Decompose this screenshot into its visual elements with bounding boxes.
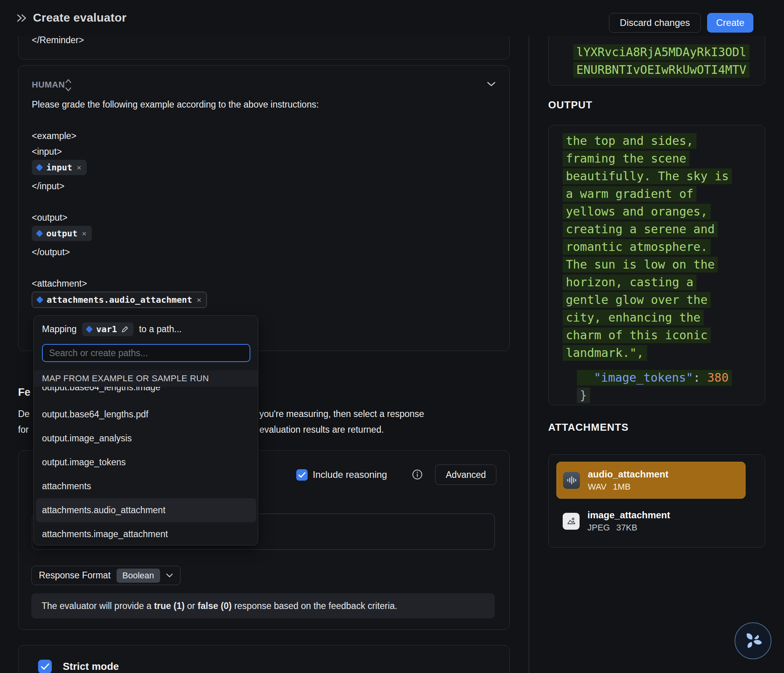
mapping-suffix-text: to a path...	[139, 324, 182, 335]
dropdown-item[interactable]: output.image_tokens	[36, 450, 256, 474]
variable-chip-label: output	[46, 229, 77, 238]
code-line: romantic atmosphere.	[563, 239, 711, 255]
strict-mode-label: Strict mode	[63, 660, 119, 673]
code-line: The sun is low on the	[563, 257, 718, 272]
dropdown-group-header: MAP FROM EXAMPLE OR SAMPLE RUN	[34, 370, 258, 387]
dropdown-item[interactable]: attachments.image_attachment	[36, 522, 256, 545]
variable-diamond-icon	[36, 296, 43, 303]
dropdown-item[interactable]: output.base64_lengths.pdf	[36, 402, 256, 426]
variable-chip-label: attachments.audio_attachment	[47, 295, 192, 305]
code-line-closing-brace: }	[577, 388, 590, 403]
input-open-tag: <input>	[32, 146, 62, 157]
feedback-heading-fragment: Fe	[18, 386, 31, 399]
role-sort-icon[interactable]	[64, 78, 73, 93]
code-line: the top and sides,	[563, 133, 696, 149]
assistant-widget-button[interactable]	[735, 622, 771, 659]
attachment-row-audio[interactable]: audio_attachment WAV 1MB	[556, 462, 746, 499]
create-button[interactable]: Create	[707, 13, 753, 33]
attachment-name: image_attachment	[587, 510, 670, 521]
output-code-preview: the top and sides, framing the scene bea…	[548, 125, 765, 405]
mapped-variable-chip[interactable]: var1	[82, 322, 133, 336]
message-role-label: HUMAN	[32, 80, 65, 90]
attachment-variable-chip[interactable]: attachments.audio_attachment ×	[32, 292, 207, 308]
dropdown-item[interactable]: output.image_analysis	[36, 426, 256, 450]
path-search-input[interactable]	[42, 344, 250, 362]
note-text: The evaluator will provide a	[42, 601, 154, 611]
code-line: ENURBNTIvOEIwRkUwOTI4MTV	[573, 62, 749, 78]
example-open-tag: <example>	[32, 131, 77, 141]
input-variable-chip[interactable]: input ×	[32, 160, 87, 175]
attachment-row-image[interactable]: image_attachment JPEG 37KB	[556, 503, 746, 539]
discard-changes-button[interactable]: Discard changes	[609, 13, 701, 33]
output-open-tag: <output>	[32, 212, 67, 223]
feedback-desc-fragment: for	[18, 424, 29, 435]
create-evaluator-screen: </Reminder> HUMAN Please grade the follo…	[0, 0, 784, 673]
variable-chip-label: var1	[96, 324, 117, 334]
output-section-heading: OUTPUT	[548, 99, 593, 111]
output-variable-chip[interactable]: output ×	[32, 226, 92, 241]
code-line: landmark.",	[563, 345, 647, 361]
include-reasoning-checkbox[interactable]	[296, 469, 308, 481]
variable-diamond-icon	[86, 326, 93, 333]
column-divider	[529, 36, 529, 673]
attachment-file-size: 1MB	[613, 482, 631, 492]
response-format-note: The evaluator will provide a true (1) or…	[31, 593, 495, 618]
attachment-file-size: 37KB	[616, 523, 637, 533]
edit-pencil-icon[interactable]	[121, 326, 129, 333]
note-true-label: true (1)	[154, 601, 184, 611]
prompt-intro-text: Please grade the following example accor…	[32, 99, 319, 110]
human-message-panel: HUMAN Please grade the following example…	[18, 65, 510, 351]
input-close-tag: </input>	[32, 181, 64, 192]
code-line: framing the scene	[563, 151, 689, 166]
check-icon	[298, 472, 306, 478]
code-line: gentle glow over the	[563, 292, 711, 308]
chevron-down-icon	[166, 573, 173, 578]
dropdown-item[interactable]: attachments	[36, 474, 256, 498]
strict-mode-checkbox[interactable]	[38, 660, 52, 673]
feedback-desc-fragment: De	[18, 409, 29, 419]
variable-diamond-icon	[36, 230, 43, 237]
code-line: charm of this iconic	[563, 327, 711, 343]
output-close-tag: </output>	[32, 247, 70, 258]
reminder-clipped-text: </Reminder>	[32, 35, 84, 46]
variable-chip-label: input	[46, 163, 72, 172]
code-line: horizon, casting a	[563, 274, 696, 290]
remove-variable-icon[interactable]: ×	[77, 163, 81, 172]
collapse-sidebar-icon[interactable]	[16, 13, 27, 24]
code-line: a warm gradient of	[563, 186, 696, 202]
response-format-label: Response Format	[39, 570, 111, 581]
code-line: city, enhancing the	[563, 310, 704, 326]
note-false-label: false (0)	[198, 601, 232, 611]
collapse-section-icon[interactable]	[487, 81, 496, 87]
attachment-name: audio_attachment	[588, 469, 668, 480]
page-title: Create evaluator	[33, 11, 126, 24]
include-reasoning-label: Include reasoning	[313, 469, 387, 480]
audio-waveform-icon	[563, 472, 580, 489]
code-line: yellows and oranges,	[563, 204, 711, 219]
note-text: or	[184, 601, 197, 611]
dropdown-item-highlighted[interactable]: attachments.audio_attachment	[36, 498, 256, 522]
remove-variable-icon[interactable]: ×	[197, 295, 201, 305]
mapping-title-row: Mapping var1 to a path...	[42, 322, 182, 336]
info-icon[interactable]	[412, 469, 423, 480]
page-header: Create evaluator Discard changes Create	[0, 0, 784, 36]
advanced-button[interactable]: Advanced	[435, 465, 496, 485]
remove-variable-icon[interactable]: ×	[82, 229, 86, 238]
mapping-prefix-text: Mapping	[42, 324, 77, 335]
variable-diamond-icon	[36, 164, 43, 171]
attachment-file-type: WAV	[588, 482, 607, 492]
feedback-desc-fragment: you're measuring, then select a response	[259, 409, 424, 419]
attachments-card: audio_attachment WAV 1MB image_attachmen…	[548, 454, 765, 548]
variable-mapping-popup: Mapping var1 to a path... output.base64_…	[33, 315, 258, 545]
code-line: beautifully. The sky is	[563, 168, 732, 184]
attachment-file-type: JPEG	[587, 523, 610, 533]
image-icon	[563, 513, 580, 530]
attachment-open-tag: <attachment>	[32, 278, 87, 289]
feedback-desc-fragment: evaluation results are returned.	[259, 424, 384, 435]
attachments-section-heading: ATTACHMENTS	[548, 421, 629, 433]
note-text: response based on the feedback criteria.	[232, 601, 397, 611]
strict-mode-panel: Strict mode	[18, 645, 510, 673]
pinwheel-logo-icon	[741, 629, 765, 653]
response-format-select[interactable]: Response Format Boolean	[31, 566, 181, 585]
code-line: creating a serene and	[563, 221, 718, 237]
